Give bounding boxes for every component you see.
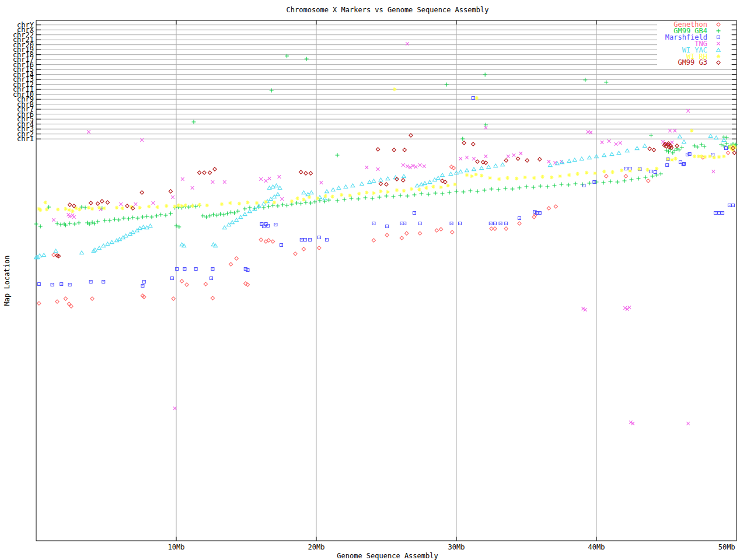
- data-point: [480, 166, 484, 170]
- data-point: [122, 216, 126, 220]
- data-point: [280, 197, 284, 201]
- data-point: [470, 174, 473, 178]
- data-point: [476, 160, 479, 163]
- data-point: [64, 297, 67, 300]
- data-point: [439, 186, 442, 189]
- data-point: [102, 206, 106, 210]
- data-point: [309, 201, 313, 205]
- data-point: [628, 306, 631, 309]
- data-point: [678, 135, 682, 138]
- data-point: [372, 239, 375, 242]
- data-point: [409, 166, 412, 169]
- data-point: [37, 283, 40, 286]
- data-point: [379, 178, 383, 181]
- data-point: [413, 212, 416, 215]
- data-point: [73, 222, 77, 226]
- data-point: [417, 188, 421, 191]
- data-point: [712, 156, 715, 159]
- data-point: [181, 177, 184, 181]
- data-point: [428, 180, 432, 184]
- data-point: [550, 176, 553, 179]
- data-point: [191, 186, 194, 190]
- data-point: [459, 222, 462, 225]
- x-tick-label-40Mb: 40Mb: [573, 544, 620, 551]
- data-point: [211, 268, 214, 271]
- data-point: [229, 262, 232, 266]
- data-point: [539, 184, 543, 188]
- data-point: [379, 190, 382, 193]
- data-point: [365, 191, 368, 194]
- data-point: [686, 109, 690, 113]
- data-point: [285, 204, 289, 208]
- data-point: [472, 142, 475, 146]
- data-point: [327, 198, 331, 202]
- data-point: [567, 183, 571, 187]
- data-point: [236, 209, 240, 214]
- data-point: [180, 204, 183, 208]
- data-point: [368, 180, 372, 184]
- data-point: [673, 149, 677, 153]
- data-point: [547, 206, 550, 210]
- data-point: [610, 152, 614, 156]
- data-point: [134, 202, 138, 206]
- data-point: [37, 302, 41, 305]
- data-point: [671, 141, 674, 144]
- data-point: [264, 200, 267, 204]
- data-point: [518, 217, 521, 220]
- data-point: [668, 129, 672, 132]
- y-axis-title: Map Location: [3, 251, 11, 310]
- data-point: [651, 174, 655, 178]
- data-point: [714, 212, 717, 215]
- data-point: [273, 195, 277, 198]
- data-point: [712, 170, 715, 173]
- data-point: [588, 156, 592, 159]
- data-point: [512, 153, 516, 157]
- data-point: [652, 148, 655, 152]
- data-point: [197, 171, 201, 174]
- data-point: [52, 253, 55, 257]
- data-point: [460, 137, 465, 141]
- data-point: [702, 145, 706, 149]
- data-point: [336, 199, 340, 203]
- data-point: [337, 186, 341, 190]
- data-point: [351, 184, 355, 187]
- data-point: [305, 57, 309, 61]
- data-point: [448, 191, 452, 195]
- data-point: [309, 239, 312, 242]
- data-point: [243, 212, 247, 216]
- data-point: [131, 230, 135, 234]
- data-point: [89, 281, 92, 284]
- data-point: [304, 172, 308, 175]
- data-point: [169, 212, 173, 216]
- data-point: [71, 209, 74, 213]
- data-point: [516, 157, 519, 160]
- data-point: [469, 189, 473, 193]
- data-point: [106, 201, 109, 204]
- data-point: [147, 205, 151, 208]
- data-point: [211, 296, 214, 300]
- data-point: [399, 194, 403, 198]
- data-point: [435, 229, 438, 232]
- data-point: [280, 244, 283, 247]
- data-point: [423, 164, 426, 168]
- data-point: [455, 190, 459, 194]
- data-point: [208, 171, 211, 174]
- data-point: [624, 174, 627, 178]
- data-point: [518, 186, 522, 190]
- data-point: [52, 218, 55, 222]
- chart-canvas: Chromosome X Markers vs Genome Sequence …: [0, 0, 747, 560]
- data-point: [418, 222, 421, 225]
- data-point: [722, 155, 725, 158]
- data-point: [51, 284, 54, 286]
- data-point: [290, 200, 294, 203]
- data-point: [125, 204, 129, 208]
- data-point: [637, 167, 641, 171]
- data-point: [360, 182, 364, 186]
- data-point: [295, 197, 299, 200]
- data-point: [499, 222, 502, 225]
- data-point: [434, 191, 438, 195]
- data-point: [655, 167, 658, 170]
- data-point: [725, 142, 729, 146]
- data-point: [213, 167, 217, 171]
- data-point: [326, 239, 329, 242]
